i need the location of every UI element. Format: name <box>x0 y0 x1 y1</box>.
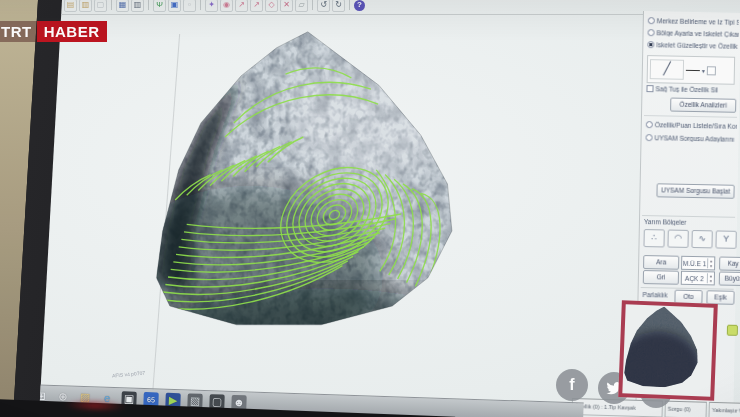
logo-trt: TRT <box>0 21 37 42</box>
line-style-select[interactable]: ▾ <box>686 65 734 75</box>
toolbar-separator <box>200 0 201 10</box>
tv-frame-photo: ▤▥▢▦▥Ψ▣▫✦◉↗↗◇✕▱↺↻? <box>0 0 740 417</box>
select-region-icon[interactable]: ▣ <box>168 0 181 12</box>
bifurcation-tool-icon[interactable]: Y <box>715 230 736 248</box>
step-feature-extract[interactable]: İskelet Güzelleştir ve Özellik Çıkart <box>647 41 738 50</box>
chevron-down-icon[interactable]: ▾ <box>702 67 705 74</box>
panel-divider <box>644 115 737 118</box>
pan-icon[interactable]: ◇ <box>265 0 278 12</box>
brightness-label: Parlaklık <box>642 291 676 299</box>
spinner-arrows-icon[interactable]: ▴▾ <box>707 258 714 268</box>
line-sample <box>686 69 700 70</box>
zoom-out-icon[interactable]: ↗ <box>250 0 263 12</box>
target-thumbnail[interactable] <box>618 300 718 401</box>
radio-icon[interactable] <box>648 17 655 24</box>
status-segment: Sorgu (0) <box>664 401 707 417</box>
toolbar: ▤▥▢▦▥Ψ▣▫✦◉↗↗◇✕▱↺↻? <box>64 0 740 14</box>
search-button[interactable]: Ara <box>643 255 679 270</box>
fingerprint-stone-image[interactable] <box>152 29 508 353</box>
step-region-skeleton[interactable]: Bölge Ayarla ve İskelet Çıkart <box>648 29 739 38</box>
toolbar-separator <box>148 0 149 10</box>
help-icon[interactable]: ? <box>354 0 365 11</box>
enlarge-side-button[interactable]: Büyüt <box>719 272 740 287</box>
checkbox-icon[interactable] <box>646 85 653 92</box>
radio-icon[interactable] <box>646 121 653 128</box>
tree-icon[interactable]: Ψ <box>153 0 166 12</box>
feature-analysis-button[interactable]: Özellik Analizleri <box>670 98 736 113</box>
thumbnail-stone-image <box>622 304 713 396</box>
dots-tool-icon[interactable]: ∴ <box>643 229 664 247</box>
open-icon[interactable]: ▥ <box>79 0 92 12</box>
right-click-delete-option[interactable]: Sağ Tuş ile Özellik Sil <box>646 85 737 94</box>
gray-button[interactable]: Gri <box>643 270 679 285</box>
tool-indicator-icon <box>727 325 738 336</box>
canvas-watermark: AFIS v4 p0707 <box>112 370 145 379</box>
step-list-features[interactable]: Özellik/Puan Listele/Sıra Kontrol Et <box>646 121 737 130</box>
new-icon[interactable]: ▤ <box>64 0 77 12</box>
mue-spinner[interactable]: M.Ü.E 1 ▴▾ <box>681 256 715 271</box>
toolbar-separator <box>349 0 350 10</box>
draw-toolbox: ╱ ▾ <box>647 55 736 85</box>
pencil-tool-icon[interactable]: ╱ <box>650 59 684 80</box>
print-icon[interactable]: ▥ <box>131 0 144 12</box>
toolbar-separator <box>312 0 313 10</box>
arc-tool-icon[interactable]: ◠ <box>667 230 688 248</box>
logo-haber: HABER <box>37 21 107 42</box>
eraser-icon[interactable]: ▱ <box>295 0 308 12</box>
uysam-query-button[interactable]: UYSAM Sorgusu Başlat <box>656 183 734 198</box>
delete-icon[interactable]: ✕ <box>280 0 293 12</box>
save-icon[interactable]: ▦ <box>116 0 129 12</box>
minutiae-tool-group: ∴◠∿Y <box>643 229 736 249</box>
save-side-button[interactable]: Kay <box>719 257 740 272</box>
spinner-arrows-icon[interactable]: ▴▾ <box>707 273 714 283</box>
image-canvas[interactable]: AFIS v4 p0707 <box>40 15 643 397</box>
minutiae-group-label: Yarım Bölgeler <box>644 218 735 227</box>
facebook-icon: f <box>556 369 588 401</box>
dim-icon[interactable]: ▢ <box>94 0 107 12</box>
toolbar-separator <box>111 0 112 10</box>
redo-icon[interactable]: ↻ <box>332 0 345 12</box>
radio-icon[interactable] <box>646 134 653 141</box>
status-segment: Yakınlaştır %50 <box>709 402 740 417</box>
pale-box-icon[interactable]: ▫ <box>183 0 196 12</box>
wand-icon[interactable]: ✦ <box>205 0 218 12</box>
line-width-box[interactable] <box>707 66 716 75</box>
radio-icon[interactable] <box>648 29 655 36</box>
ridge-tool-icon[interactable]: ∿ <box>691 230 712 248</box>
undo-icon[interactable]: ↺ <box>317 0 330 12</box>
zoom-in-icon[interactable]: ↗ <box>235 0 248 12</box>
channel-logo: TRT HABER <box>0 21 107 42</box>
zoom-icon[interactable]: ◉ <box>220 0 233 12</box>
step-uysam-candidates[interactable]: UYSAM Sorgusu Adaylarını Seç <box>646 134 737 143</box>
ack-spinner[interactable]: AÇK 2 ▴▾ <box>681 271 715 286</box>
radio-icon[interactable] <box>647 41 654 48</box>
step-center-select[interactable]: Merkez Belirleme ve İz Tipi Seç <box>648 17 739 26</box>
